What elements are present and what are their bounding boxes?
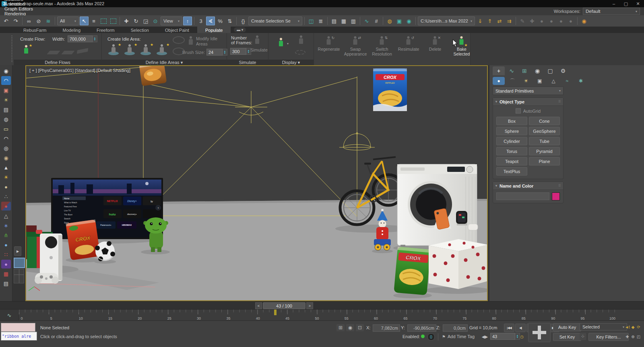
go-to-start-button[interactable]: |◀◀ (504, 324, 514, 332)
area-light-icon[interactable]: ▭ (1, 124, 11, 133)
switch-resolution[interactable]: ⇅ Switch Resolution (369, 35, 395, 67)
object-type-button[interactable]: Tube (529, 137, 560, 145)
loop-icon[interactable]: ⟳ (636, 324, 641, 330)
render-presets-icon[interactable]: ⇓ (476, 17, 485, 25)
separator[interactable] (120, 17, 120, 25)
disabled-dot-icon[interactable]: ● (566, 17, 575, 25)
disabled-dot-icon[interactable]: ● (547, 17, 556, 25)
glossy-sphere-icon[interactable]: ● (1, 240, 11, 249)
open-project-folder-icon[interactable]: ⇑ (485, 17, 494, 25)
idle-area-button[interactable]: ★ (124, 44, 136, 56)
svg-text:Search[interactable]: Search (64, 217, 70, 220)
delete[interactable]: ✕ Delete (422, 35, 448, 67)
default-in-out-icon[interactable]: ◆ (630, 324, 636, 330)
current-frame-spinner[interactable]: 43▲▼ (490, 333, 520, 340)
chevron-down-icon[interactable]: ▾ (287, 42, 289, 45)
motion-tab[interactable]: ◉ (531, 66, 543, 75)
num-frames-spinner[interactable]: 300▲▼ (230, 48, 251, 55)
disc-light-icon[interactable]: ◎ (1, 144, 11, 153)
reference-coordinate-dropdown[interactable]: View (161, 17, 182, 25)
absolute-mode-icon[interactable]: ⊡ (356, 324, 364, 331)
bind-to-space-warp-icon[interactable]: ≋ (44, 17, 53, 25)
menu-item[interactable]: Animation (0, 2, 37, 6)
separator[interactable] (577, 17, 578, 25)
object-type-button[interactable]: Box (496, 117, 527, 125)
maximize-viewport-icon[interactable]: ◰ (636, 334, 641, 339)
object-type-button[interactable]: Cone (529, 117, 560, 125)
particle-array-icon[interactable]: ∴ (1, 192, 11, 201)
regenerate[interactable]: ↻ Regenerate (316, 35, 342, 67)
object-type-button[interactable]: Pyramid (529, 147, 560, 155)
undo-icon[interactable]: ↶ (2, 17, 10, 25)
section-footer[interactable]: Display ▾ (268, 60, 314, 65)
snap-toggle-3d-icon[interactable]: 3 (196, 17, 205, 25)
grass-icon[interactable]: ⋔ (1, 231, 11, 240)
earbuds-case[interactable] (468, 224, 478, 230)
physical-camera-icon[interactable]: ◍ (1, 115, 11, 124)
frame-marker[interactable] (274, 310, 277, 315)
space-warps-icon[interactable]: ≈ (561, 77, 573, 85)
cameras-icon[interactable]: ▣ (534, 77, 546, 85)
time-slider[interactable]: < 43 / 100 > (255, 302, 313, 309)
resimulate[interactable]: ↺ Resimulate (395, 35, 422, 67)
edit-named-selection-sets-icon[interactable]: {} (239, 17, 248, 25)
camera-sequencer-icon[interactable]: ▤ (1, 105, 11, 114)
rendered-frame-icon[interactable]: ▣ (1, 86, 11, 95)
svg-text:discovery+[interactable]: discovery+ (127, 213, 137, 215)
x-coordinate-field[interactable]: 7,082cm (373, 324, 400, 332)
separator[interactable] (415, 17, 416, 25)
object-type-button[interactable]: TextPlus (496, 167, 527, 176)
scatter-flower-icon[interactable]: ∗ (1, 221, 11, 230)
flow-ramp-icon[interactable] (61, 51, 75, 54)
svg-text:HBOMAX[interactable]: HBOMAX (122, 224, 132, 226)
select-and-link-icon[interactable]: ∞ (25, 17, 33, 25)
select-object-icon[interactable]: ↖ (80, 17, 89, 25)
section-footer[interactable]: Simulate (227, 60, 268, 65)
maxscript-mini-listener[interactable]: "ribbon alre (1, 332, 37, 341)
display-people-button[interactable] (278, 38, 284, 48)
create-tab[interactable]: + (493, 66, 505, 75)
tab-rebusfarm[interactable]: RebusFarm (15, 27, 54, 33)
pyramid-helper-icon[interactable]: △ (1, 211, 11, 220)
separator[interactable] (304, 17, 305, 25)
polka-dot-box[interactable] (429, 239, 487, 289)
selection-lock-icon[interactable]: ◉ (346, 324, 354, 331)
object-name-input[interactable] (496, 192, 549, 200)
helpers-icon[interactable]: △ (547, 77, 559, 85)
svg-text:The Buzz[interactable]: The Buzz (64, 213, 73, 216)
separator[interactable] (55, 17, 55, 25)
select-and-scale-icon[interactable]: ◲ (141, 17, 150, 25)
dome-light-icon[interactable]: ◠ (1, 134, 11, 143)
current-frame-display[interactable]: 43 / 100 (263, 302, 305, 309)
maximize-button[interactable]: ▢ (620, 0, 632, 7)
separator[interactable] (360, 17, 360, 25)
separator[interactable] (383, 17, 383, 25)
window-crossing-icon[interactable] (109, 17, 118, 25)
game-controller[interactable] (35, 273, 59, 284)
align-icon[interactable]: ≣ (316, 17, 325, 25)
paint-move-disabled-icon[interactable]: ✚ (528, 17, 537, 25)
skydome-icon[interactable]: ● (1, 182, 11, 191)
timeline-ruler[interactable]: 0510152025303540455055606570758085909510… (19, 310, 615, 321)
name-color-header[interactable]: ▾ Name and Color ⠿ (493, 182, 563, 190)
frame-back-forward-icons[interactable]: ◀▶ (482, 334, 487, 339)
asset-tracking-icon[interactable]: ⇄ (495, 17, 504, 25)
render-setup-teapot-icon[interactable]: ◉ (1, 66, 11, 75)
object-type-button[interactable]: Torus (496, 147, 527, 155)
render-setup-icon[interactable]: ◍ (385, 17, 394, 25)
object-type-button[interactable]: GeoSphere (529, 127, 560, 135)
object-type-header[interactable]: ▾ Object Type ⠿ (493, 98, 563, 106)
physical-material-icon[interactable]: ● (1, 202, 11, 211)
menu-item[interactable]: Graph Editors (0, 6, 37, 11)
redo-icon[interactable]: ↷ (11, 17, 20, 25)
lights-icon[interactable]: ☀ (520, 77, 532, 85)
zoom-icon[interactable]: ⊕ (630, 334, 636, 339)
key-mode-icon[interactable]: ⁘ (580, 333, 586, 340)
arnold-renderview-icon[interactable]: ◠ (1, 76, 11, 85)
viewport-layout-quad[interactable] (14, 269, 24, 283)
set-keys-button[interactable] (528, 323, 551, 342)
object-type-button[interactable]: Sphere (496, 127, 527, 135)
light-lister-icon[interactable]: ☀ (1, 95, 11, 104)
svg-text:Featured Free[interactable]: Featured Free (64, 205, 77, 208)
paint-tool-disabled-icon[interactable]: ✎ (518, 17, 527, 25)
